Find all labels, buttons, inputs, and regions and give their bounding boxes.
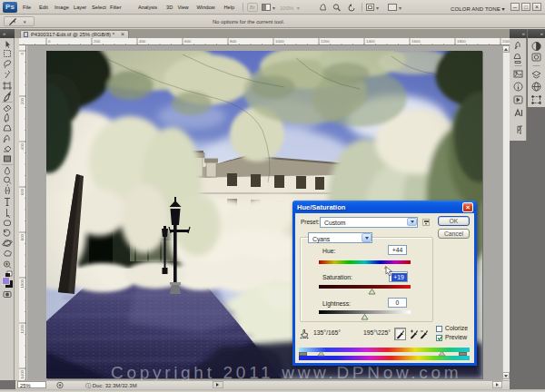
svg-text:200: 200 (20, 97, 25, 104)
svg-text:800: 800 (20, 233, 25, 240)
svg-text:200: 200 (94, 39, 101, 44)
svg-text:1400: 1400 (20, 369, 25, 378)
svg-text:1000: 1000 (20, 279, 25, 288)
svg-text:0: 0 (20, 52, 25, 54)
svg-text:400: 400 (139, 39, 146, 44)
svg-text:1400: 1400 (366, 39, 375, 44)
svg-text:600: 600 (20, 188, 25, 195)
svg-text:1200: 1200 (321, 39, 330, 44)
svg-text:800: 800 (230, 39, 237, 44)
svg-text:1000: 1000 (275, 39, 284, 44)
svg-text:1200: 1200 (20, 324, 25, 333)
svg-text:2000: 2000 (502, 39, 510, 44)
svg-text:1600: 1600 (411, 39, 421, 44)
svg-text:0: 0 (48, 39, 51, 44)
svg-text:600: 600 (184, 39, 192, 44)
svg-text:400: 400 (20, 142, 25, 150)
svg-text:1800: 1800 (457, 39, 466, 44)
